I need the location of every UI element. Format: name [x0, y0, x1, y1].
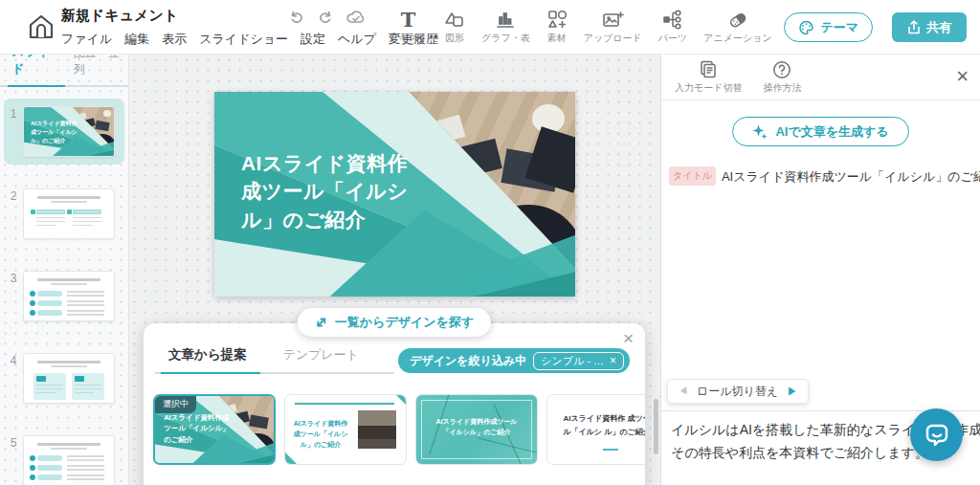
palette-icon — [798, 20, 814, 35]
slide-thumbnail-1[interactable]: 1 AIスライド資料作成ツール「イルシル」のご紹介 — [4, 99, 124, 165]
topbar: 新規ドキュメント ファイル 編集 表示 スライドショー 設定 ヘルプ 変更履歴 — [0, 0, 980, 55]
chart-table-icon — [495, 8, 516, 30]
tool-parts[interactable]: パーツ — [658, 8, 687, 45]
design-card-list: 選択中 AIスライド資料作成ツール「イルシル」のご紹介 AIスライド資料作成ツー… — [153, 394, 645, 465]
tool-text[interactable]: T テキスト — [389, 8, 428, 45]
ai-generate-button[interactable]: AIで文章を生成する — [732, 117, 908, 146]
browse-designs-button[interactable]: 一覧からデザインを探す — [298, 308, 491, 337]
slide-3-preview — [23, 271, 115, 321]
shapes-icon — [444, 8, 465, 30]
menu-slideshow[interactable]: スライドショー — [199, 31, 288, 48]
slide-title-entry[interactable]: タイトル AIスライド資料作成ツール「イルシル」のご紹介 — [669, 166, 970, 187]
menu-file[interactable]: ファイル — [61, 31, 112, 48]
tool-chart-table[interactable]: グラフ・表 — [481, 8, 530, 45]
menu-bar: ファイル 編集 表示 スライドショー 設定 ヘルプ 変更履歴 — [61, 31, 438, 48]
share-button[interactable]: 共有 — [892, 12, 967, 42]
selected-badge: 選択中 — [155, 396, 196, 413]
slide-sidebar: スライド 配置・整列 1 AIスライド資料作成ツール「イルシル」のご紹介 2 — [0, 55, 129, 485]
upload-icon — [601, 8, 624, 30]
text-input-panel: 入力モード切替 操作方法 × — [660, 55, 980, 485]
assets-icon — [546, 8, 568, 30]
filter-chip-simple[interactable]: シンプル - … × — [533, 352, 624, 370]
panel-header: 入力モード切替 操作方法 × — [661, 55, 980, 100]
document-title[interactable]: 新規ドキュメント — [61, 7, 178, 25]
menu-view[interactable]: 表示 — [162, 31, 187, 48]
help-button[interactable]: 操作方法 — [763, 59, 801, 99]
undo-icon[interactable] — [289, 10, 304, 25]
prev-role-icon[interactable]: ◀ — [679, 385, 688, 398]
design-filter-pill[interactable]: デザインを絞り込み中 シンプル - … × — [398, 348, 630, 373]
title-type-badge: タイトル — [669, 166, 716, 186]
tool-shapes[interactable]: 図形 — [444, 8, 465, 45]
slide-thumbnail-5[interactable]: 5 — [4, 428, 124, 485]
expand-icon — [315, 316, 328, 329]
next-role-icon[interactable]: ▶ — [787, 385, 797, 399]
design-panel-tabs: 文章から提案 テンプレート — [155, 346, 394, 374]
pages-icon — [698, 59, 719, 80]
tool-upload[interactable]: アップロード — [584, 8, 642, 45]
input-mode-toggle[interactable]: 入力モード切替 — [675, 59, 742, 99]
menu-help[interactable]: ヘルプ — [338, 31, 376, 48]
slide-2-preview — [23, 188, 115, 239]
app-window: 新規ドキュメント ファイル 編集 表示 スライドショー 設定 ヘルプ 変更履歴 — [0, 0, 980, 485]
design-card-2[interactable]: AIスライド資料作成ツール「イルシル」のご紹介 — [284, 394, 407, 465]
editor-canvas: AIスライド資料作 成ツール「イルシ ル」のご紹介 一覧からデザインを探す × … — [129, 55, 660, 485]
slide-thumbnail-list: 1 AIスライド資料作成ツール「イルシル」のご紹介 2 — [0, 87, 128, 485]
role-switch-button[interactable]: ◀ ロール切り替え ▶ — [667, 379, 809, 404]
theme-button[interactable]: テーマ — [784, 12, 873, 42]
redo-icon[interactable] — [318, 10, 333, 25]
menu-settings[interactable]: 設定 — [301, 31, 325, 48]
slide-title[interactable]: AIスライド資料作 成ツール「イルシ ル」のご紹介 — [241, 149, 408, 233]
close-icon[interactable]: × — [623, 329, 634, 347]
tab-suggest-from-text[interactable]: 文章から提案 — [168, 346, 247, 364]
chat-icon — [923, 421, 951, 450]
history-controls — [289, 10, 366, 25]
text-icon: T — [401, 8, 416, 30]
menu-edit[interactable]: 編集 — [124, 31, 149, 48]
design-card-3[interactable]: AIスライド資料作成ツール 「イルシル」のご紹介 — [415, 394, 538, 465]
slide-1-preview: AIスライド資料作成ツール「イルシル」のご紹介 — [23, 106, 115, 157]
slide-thumbnail-4[interactable]: 4 — [4, 345, 124, 411]
parts-icon — [662, 8, 683, 30]
slide-4-preview — [23, 353, 115, 404]
slide-5-preview — [23, 435, 115, 485]
design-suggestion-panel: 一覧からデザインを探す × 文章から提案 テンプレート デザインを絞り込み中 シ… — [144, 323, 645, 485]
chat-support-button[interactable] — [910, 408, 963, 461]
sidebar-tabs: スライド 配置・整列 — [0, 55, 128, 87]
animation-icon — [726, 8, 749, 30]
card-photo — [358, 410, 396, 449]
canvas-scrollbar[interactable] — [654, 399, 658, 454]
tool-assets[interactable]: 素材 — [546, 8, 568, 45]
current-slide[interactable]: AIスライド資料作 成ツール「イルシ ル」のご紹介 — [214, 92, 575, 297]
question-icon — [771, 59, 792, 80]
close-icon[interactable]: × — [956, 66, 969, 87]
insert-toolbar: T テキスト 図形 グラフ・表 — [389, 8, 772, 45]
design-card-1[interactable]: 選択中 AIスライド資料作成ツール「イルシル」のご紹介 — [153, 394, 276, 465]
slide-thumbnail-2[interactable]: 2 — [4, 181, 124, 247]
title-text-value[interactable]: AIスライド資料作成ツール「イルシル」のご紹介 — [722, 166, 980, 187]
home-icon[interactable] — [27, 12, 56, 41]
share-icon — [907, 20, 921, 34]
tab-templates[interactable]: テンプレート — [283, 346, 360, 364]
cloud-saved-icon — [346, 10, 366, 25]
design-card-4[interactable]: AIスライド資料作 成ツール「イルシ ル」のご紹介 — [546, 394, 645, 465]
sparkle-icon — [752, 124, 768, 140]
tool-animation[interactable]: アニメーション — [703, 8, 771, 45]
slide-thumbnail-3[interactable]: 3 — [4, 263, 124, 329]
remove-filter-icon[interactable]: × — [610, 354, 616, 367]
